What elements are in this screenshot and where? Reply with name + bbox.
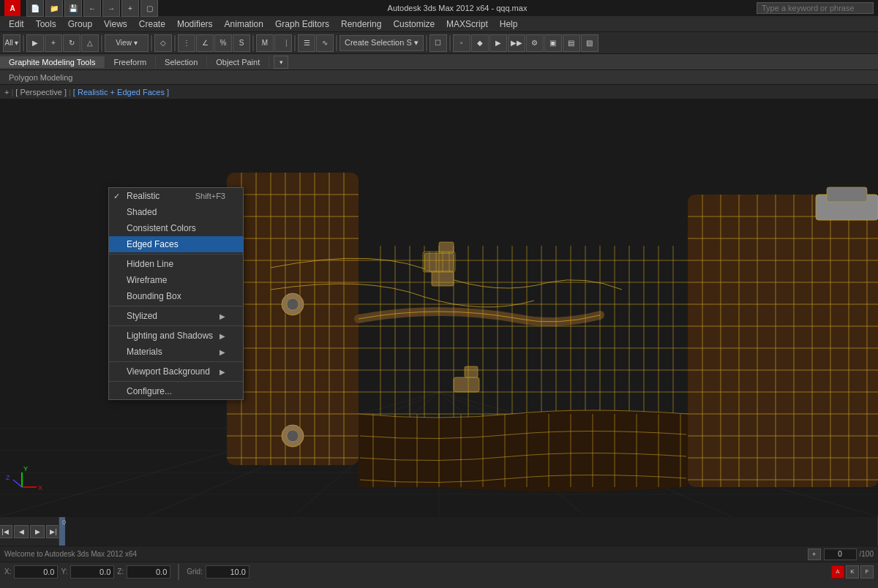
tb-extra-1[interactable]: ▤	[563, 34, 580, 52]
svg-rect-42	[465, 366, 478, 377]
viewport-3d[interactable]: X Y Z Realistic Shift+F3 Shaded Consiste…	[0, 99, 878, 516]
named-sel[interactable]: ☐	[429, 34, 447, 52]
ctx-viewport-bg[interactable]: Viewport Background ▶	[109, 363, 243, 380]
menu-create[interactable]: Create	[133, 18, 171, 31]
graphite-extra[interactable]: ▾	[274, 56, 288, 69]
ctx-edged-faces[interactable]: Edged Faces	[109, 236, 243, 252]
sep-2	[101, 35, 102, 51]
graphite-tab-selection[interactable]: Selection	[156, 56, 207, 68]
redo-btn[interactable]: →	[102, 0, 120, 17]
grid-size[interactable]	[206, 565, 249, 578]
ctx-realistic[interactable]: Realistic Shift+F3	[109, 188, 243, 204]
svg-rect-72	[816, 195, 878, 220]
autokey-btn[interactable]: A	[831, 565, 844, 578]
mirror-btn[interactable]: M	[256, 34, 274, 52]
key-mode[interactable]: K	[846, 565, 859, 578]
svg-point-37	[287, 430, 299, 442]
svg-rect-43	[423, 252, 455, 272]
menu-views[interactable]: Views	[98, 18, 133, 31]
timeline-track[interactable]: 0	[59, 517, 878, 546]
menu-edit[interactable]: Edit	[3, 18, 30, 31]
graphite-tab-freeform[interactable]: Freeform	[105, 56, 156, 68]
coord-x[interactable]	[14, 565, 58, 578]
main-toolbar: All ▾ ▶ + ↻ △ View ▾ ◇ ⋮ ∠ % S M ⎹ ☰ ∿ C…	[0, 32, 878, 54]
vp-plus[interactable]: +	[4, 88, 9, 97]
save-btn[interactable]: 💾	[64, 0, 82, 17]
svg-rect-39	[439, 242, 454, 253]
vp-view-mode[interactable]: [ Realistic + Edged Faces ]	[73, 88, 169, 97]
schematic-btn[interactable]: ▫	[453, 34, 470, 52]
ctx-materials-arrow: ▶	[220, 348, 225, 356]
coord-y[interactable]	[70, 565, 114, 578]
rotate-btn[interactable]: ↻	[63, 34, 80, 52]
select-filter[interactable]: All ▾	[3, 34, 20, 52]
frame-total: /100	[860, 550, 874, 558]
ctx-lighting[interactable]: Lighting and Shadows ▶	[109, 328, 243, 344]
menu-rendering[interactable]: Rendering	[335, 18, 387, 31]
render-setup[interactable]: ⚙	[526, 34, 544, 52]
timeline-prev[interactable]: ◀	[14, 525, 29, 538]
tb-btn-6[interactable]: ▢	[140, 0, 158, 17]
move-btn[interactable]: +	[45, 34, 62, 52]
create-selection[interactable]: Create Selection S ▾	[339, 35, 424, 51]
ctx-stylized[interactable]: Stylized ▶	[109, 308, 243, 324]
svg-text:X: X	[38, 484, 42, 491]
ctx-wireframe[interactable]: Wireframe	[109, 272, 243, 288]
curve-btn[interactable]: ∿	[316, 34, 334, 52]
menu-customize[interactable]: Customize	[387, 18, 440, 31]
angle-snap[interactable]: ∠	[196, 34, 214, 52]
filter-btn[interactable]: F	[860, 565, 874, 578]
tb-btn-5[interactable]: +	[121, 0, 139, 17]
menu-group[interactable]: Group	[62, 18, 98, 31]
ctx-consistent-colors[interactable]: Consistent Colors	[109, 220, 243, 236]
ctx-hidden-line[interactable]: Hidden Line	[109, 256, 243, 272]
snap-btn[interactable]: ⋮	[178, 34, 195, 52]
timeline-start[interactable]: |◀	[0, 525, 12, 538]
sub-polygon-modeling[interactable]: Polygon Modeling	[3, 72, 78, 83]
coord-z[interactable]	[127, 565, 170, 578]
menu-help[interactable]: Help	[494, 18, 524, 31]
ref-coord[interactable]: View ▾	[105, 34, 149, 52]
render-frame[interactable]: ▣	[544, 34, 562, 52]
quick-render[interactable]: ▶▶	[508, 34, 525, 52]
ctx-stylized-arrow: ▶	[220, 312, 225, 320]
material-btn[interactable]: ◆	[471, 34, 489, 52]
graphite-tab-modeling[interactable]: Graphite Modeling Tools	[0, 56, 105, 68]
timeline-play[interactable]: ▶	[30, 525, 45, 538]
new-btn[interactable]: 📄	[26, 0, 44, 17]
svg-rect-38	[424, 253, 454, 271]
add-time-btn[interactable]: +	[808, 549, 821, 560]
tb-extra-2[interactable]: ▨	[581, 34, 599, 52]
svg-line-7	[293, 392, 439, 516]
menu-animation[interactable]: Animation	[219, 18, 269, 31]
menu-maxscript[interactable]: MAXScript	[440, 18, 494, 31]
layer-btn[interactable]: ☰	[298, 34, 315, 52]
svg-point-36	[282, 425, 304, 447]
scale-btn[interactable]: △	[81, 34, 99, 52]
ctx-configure[interactable]: Configure...	[109, 383, 243, 399]
percent-snap[interactable]: %	[214, 34, 232, 52]
graphite-tab-object-paint[interactable]: Object Paint	[207, 56, 269, 68]
context-menu[interactable]: Realistic Shift+F3 Shaded Consistent Col…	[108, 187, 244, 400]
vp-perspective[interactable]: [ Perspective ]	[15, 88, 67, 97]
sub-toolbar: Polygon Modeling	[0, 70, 878, 85]
render-btn[interactable]: ▶	[489, 34, 507, 52]
ctx-lighting-label: Lighting and Shadows	[127, 331, 213, 341]
menu-modifiers[interactable]: Modifiers	[171, 18, 219, 31]
select-obj[interactable]: ▶	[26, 34, 44, 52]
menu-graph-editors[interactable]: Graph Editors	[269, 18, 335, 31]
svg-rect-41	[454, 377, 479, 392]
menu-tools[interactable]: Tools	[30, 18, 62, 31]
ctx-shaded[interactable]: Shaded	[109, 204, 243, 220]
pivot-btn[interactable]: ◇	[154, 34, 172, 52]
spinner-snap[interactable]: S	[233, 34, 250, 52]
ctx-bounding-box[interactable]: Bounding Box	[109, 288, 243, 304]
frame-input[interactable]	[824, 549, 857, 560]
align-btn[interactable]: ⎹	[274, 34, 292, 52]
ctx-materials[interactable]: Materials ▶	[109, 344, 243, 360]
menu-bar: Edit Tools Group Views Create Modifiers …	[0, 16, 878, 32]
search-input[interactable]	[757, 2, 874, 14]
svg-line-6	[146, 392, 439, 516]
undo-btn[interactable]: ←	[83, 0, 101, 17]
open-btn[interactable]: 📁	[45, 0, 63, 17]
